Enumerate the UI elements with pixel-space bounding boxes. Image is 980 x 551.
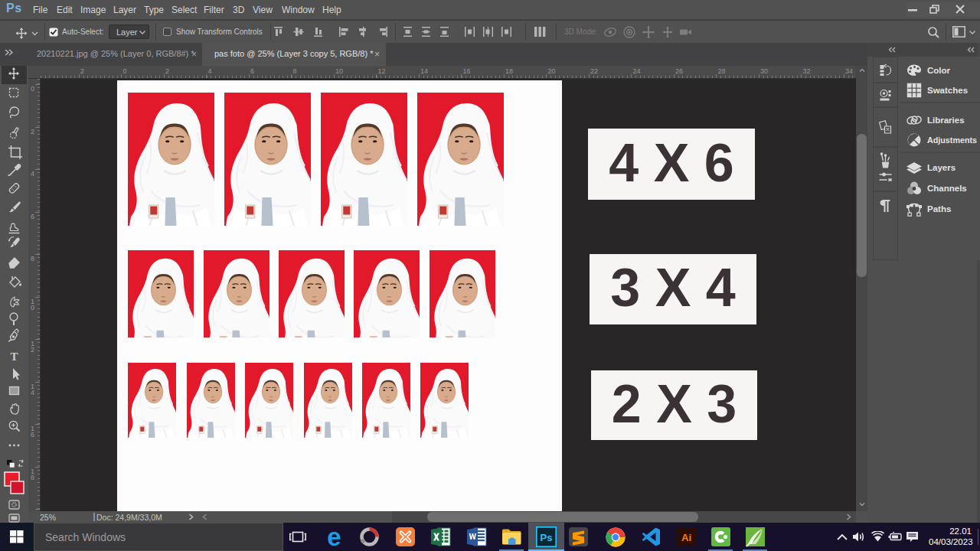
svg-text:Swatches: Swatches bbox=[927, 86, 968, 95]
svg-text:Color: Color bbox=[927, 66, 951, 75]
svg-text:Ps: Ps bbox=[541, 532, 553, 543]
svg-text:Paths: Paths bbox=[927, 204, 951, 214]
svg-text:T: T bbox=[10, 350, 18, 363]
svg-text:Libraries: Libraries bbox=[927, 116, 965, 125]
svg-text:Adjustments: Adjustments bbox=[927, 135, 977, 145]
svg-text:Ai: Ai bbox=[681, 532, 691, 543]
svg-text:Layers: Layers bbox=[927, 163, 956, 172]
svg-text:Channels: Channels bbox=[927, 184, 967, 193]
